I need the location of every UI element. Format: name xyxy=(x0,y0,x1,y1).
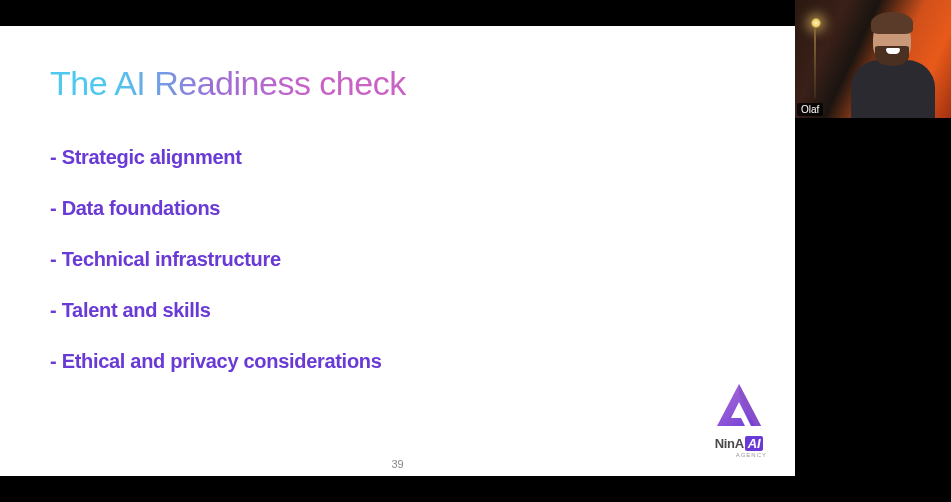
webcam-tile[interactable]: Olaf xyxy=(795,0,951,118)
bullet-item: Technical infrastructure xyxy=(50,248,382,271)
presentation-slide: The AI Readiness check Strategic alignme… xyxy=(0,26,795,476)
lamp-light xyxy=(811,18,821,28)
brand-logo: NinAAI AGENCY xyxy=(711,382,767,458)
lamp-stand xyxy=(814,28,816,98)
title-part-3: check xyxy=(310,64,405,102)
logo-a-letter: A xyxy=(735,436,744,451)
bullet-item: Data foundations xyxy=(50,197,382,220)
page-number: 39 xyxy=(391,458,403,470)
person-silhouette xyxy=(843,10,943,118)
participant-name-tag: Olaf xyxy=(797,103,823,116)
bullet-item: Strategic alignment xyxy=(50,146,382,169)
logo-prefix: Nin xyxy=(715,436,735,451)
title-part-2: AI Readiness xyxy=(114,64,310,102)
logo-suffix: AI xyxy=(745,436,763,451)
bullet-list: Strategic alignment Data foundations Tec… xyxy=(50,146,382,401)
logo-text: NinAAI xyxy=(711,436,767,451)
title-part-1: The xyxy=(50,64,114,102)
bullet-item: Talent and skills xyxy=(50,299,382,322)
bullet-item: Ethical and privacy considerations xyxy=(50,350,382,373)
logo-a-icon xyxy=(711,382,767,430)
slide-title: The AI Readiness check xyxy=(50,64,406,103)
logo-tagline: AGENCY xyxy=(711,452,767,458)
